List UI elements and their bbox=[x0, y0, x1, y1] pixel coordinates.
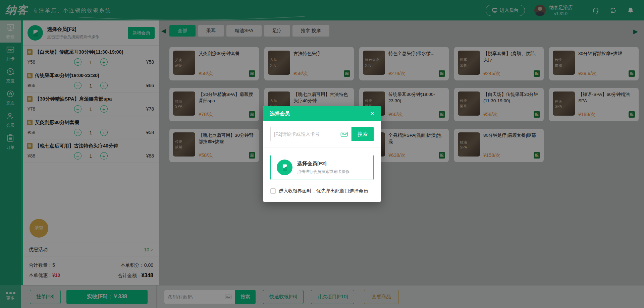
pos-app: 纳客 专注单店、小连锁的收银系统 进入后台 纳客足浴店 v1.31.0 bbox=[0, 0, 644, 308]
member-card-subtitle: 点击进行会员搜索或刷卡操作 bbox=[297, 169, 350, 175]
select-member-card[interactable]: 选择会员[F2] 点击进行会员搜索或刷卡操作 bbox=[270, 155, 374, 180]
modal-header: 选择会员 × bbox=[263, 106, 381, 121]
keyboard-icon[interactable] bbox=[340, 131, 348, 137]
modal-divider bbox=[263, 147, 381, 147]
checkbox-unchecked[interactable] bbox=[270, 188, 276, 194]
close-icon[interactable]: × bbox=[370, 110, 374, 117]
checkbox-label: 进入收银界面时，优先弹出此窗口选择会员 bbox=[279, 188, 368, 194]
member-search-button[interactable]: 搜索 bbox=[352, 127, 374, 141]
member-card-title: 选择会员[F2] bbox=[297, 161, 350, 167]
modal-title: 选择会员 bbox=[270, 111, 290, 117]
member-card-input[interactable] bbox=[274, 131, 340, 137]
member-card-icon bbox=[277, 160, 292, 175]
auto-popup-option[interactable]: 进入收银界面时，优先弹出此窗口选择会员 bbox=[270, 188, 374, 194]
select-member-modal: 选择会员 × 搜索 选择会员[F2] 点击进行会员搜 bbox=[263, 106, 381, 202]
